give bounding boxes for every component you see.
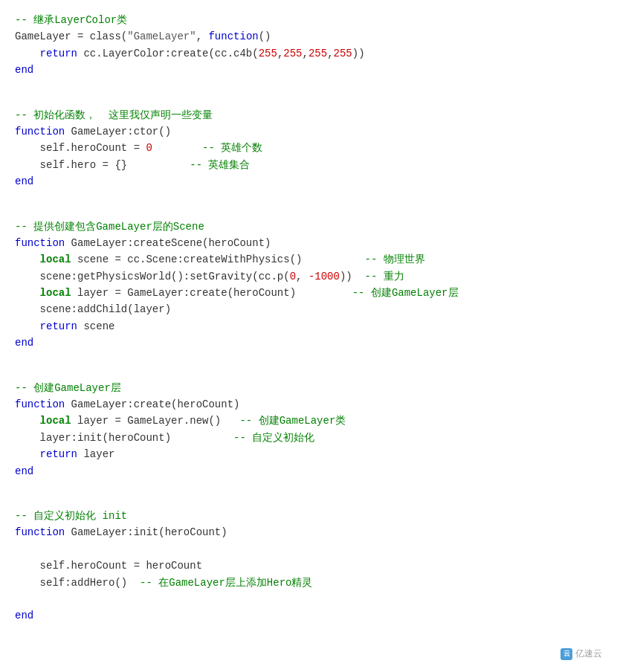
keyword-blue: end bbox=[15, 64, 33, 76]
plain-code: cc.LayerColor:create(cc.c4b( bbox=[77, 48, 259, 59]
code-line: return cc.LayerColor:create(cc.c4b(255,2… bbox=[15, 45, 602, 62]
plain-code: , bbox=[327, 48, 333, 59]
code-line: self.heroCount = 0 -- 英雄个数 bbox=[15, 140, 602, 156]
plain-code: layer bbox=[77, 448, 114, 460]
keyword-blue: return bbox=[40, 320, 77, 332]
section-gap bbox=[15, 359, 602, 380]
keyword-blue: function bbox=[15, 237, 65, 249]
code-line: function GameLayer:ctor() bbox=[15, 123, 602, 140]
code-section: -- 创建GameLayer层function GameLayer:create… bbox=[15, 380, 602, 479]
keyword-blue: return bbox=[40, 48, 77, 59]
plain-code: )) bbox=[352, 48, 365, 59]
comment: -- 创建GameLayer类 bbox=[239, 415, 346, 427]
plain-code: self:addHero() bbox=[15, 577, 140, 589]
plain-code: GameLayer = class( bbox=[15, 30, 127, 42]
plain-code: scene bbox=[77, 320, 114, 332]
string-literal: "GameLayer" bbox=[127, 30, 196, 42]
code-line: self.hero = {} -- 英雄集合 bbox=[15, 157, 602, 173]
code-section: -- 继承LayerColor类GameLayer = class("GameL… bbox=[15, 12, 602, 79]
code-line: function GameLayer:createScene(heroCount… bbox=[15, 235, 602, 251]
code-line: end bbox=[15, 173, 602, 190]
keyword-blue: end bbox=[15, 337, 33, 349]
keyword-green: local bbox=[40, 287, 71, 299]
keyword-blue: end bbox=[15, 465, 33, 477]
plain-code: scene = cc.Scene:createWithPhysics() bbox=[71, 253, 365, 265]
plain-code: , bbox=[196, 30, 209, 42]
code-line: GameLayer = class("GameLayer", function(… bbox=[15, 28, 602, 45]
number-literal: 255 bbox=[259, 48, 277, 59]
plain-code: GameLayer:ctor() bbox=[65, 126, 171, 138]
plain-code: )) bbox=[340, 271, 365, 282]
keyword-blue: end bbox=[15, 610, 33, 621]
number-literal: 255 bbox=[334, 48, 352, 59]
code-line: local scene = cc.Scene:createWithPhysics… bbox=[15, 251, 602, 268]
code-line: -- 继承LayerColor类 bbox=[15, 12, 602, 28]
code-section: -- 初始化函数， 这里我仅声明一些变量function GameLayer:c… bbox=[15, 107, 602, 190]
comment: -- 继承LayerColor类 bbox=[15, 14, 127, 26]
code-line: layer:init(heroCount) -- 自定义初始化 bbox=[15, 430, 602, 446]
plain-code: , bbox=[296, 271, 308, 282]
plain-code: scene:getPhysicsWorld():setGravity(cc.p( bbox=[15, 271, 290, 282]
plain-code bbox=[15, 320, 40, 332]
number-literal: 255 bbox=[308, 48, 327, 59]
code-line: function GameLayer:create(heroCount) bbox=[15, 396, 602, 413]
plain-code: layer:init(heroCount) bbox=[15, 432, 233, 444]
plain-code bbox=[152, 142, 202, 154]
number-literal: 255 bbox=[283, 48, 302, 59]
code-line: -- 创建GameLayer层 bbox=[15, 380, 602, 396]
code-line: -- 初始化函数， 这里我仅声明一些变量 bbox=[15, 107, 602, 123]
code-line: return scene bbox=[15, 318, 602, 335]
plain-code bbox=[15, 48, 40, 59]
code-line bbox=[15, 591, 602, 607]
comment: -- 在GameLayer层上添加Hero精灵 bbox=[140, 577, 312, 589]
keyword-green: local bbox=[40, 253, 71, 265]
comment: -- 英雄个数 bbox=[202, 142, 262, 154]
code-line: -- 提供创建包含GameLayer层的Scene bbox=[15, 219, 602, 235]
code-line: end bbox=[15, 62, 602, 78]
plain-code: self.hero = {} bbox=[15, 159, 190, 171]
plain-code bbox=[15, 448, 40, 460]
plain-code: GameLayer:createScene(heroCount) bbox=[65, 237, 271, 249]
plain-code bbox=[15, 253, 40, 265]
code-line: end bbox=[15, 463, 602, 479]
comment: -- 自定义初始化 bbox=[233, 432, 314, 444]
plain-code bbox=[15, 287, 40, 299]
section-gap bbox=[15, 86, 602, 107]
comment: -- 创建GameLayer层 bbox=[15, 382, 121, 394]
plain-code: layer = GameLayer:create(heroCount) bbox=[71, 287, 352, 299]
plain-code bbox=[15, 415, 40, 427]
code-section: -- 自定义初始化 initfunction GameLayer:init(he… bbox=[15, 508, 602, 624]
code-line: scene:addChild(layer) bbox=[15, 301, 602, 317]
code-line: scene:getPhysicsWorld():setGravity(cc.p(… bbox=[15, 268, 602, 285]
watermark-icon: 云 bbox=[561, 648, 572, 660]
comment: -- 初始化函数， 这里我仅声明一些变量 bbox=[15, 109, 213, 121]
comment: -- 创建GameLayer层 bbox=[352, 287, 459, 299]
code-line: self:addHero() -- 在GameLayer层上添加Hero精灵 bbox=[15, 575, 602, 591]
keyword-blue: function bbox=[15, 398, 65, 410]
plain-code: GameLayer:init(heroCount) bbox=[65, 526, 227, 538]
section-gap bbox=[15, 487, 602, 508]
code-section: -- 提供创建包含GameLayer层的Scenefunction GameLa… bbox=[15, 219, 602, 352]
number-literal: 0 bbox=[146, 142, 152, 154]
plain-code: layer = GameLayer.new() bbox=[71, 415, 240, 427]
code-line: local layer = GameLayer.new() -- 创建GameL… bbox=[15, 413, 602, 429]
watermark-text: 亿速云 bbox=[575, 647, 602, 660]
code-line: return layer bbox=[15, 446, 602, 462]
number-literal: 0 bbox=[290, 271, 296, 282]
plain-code: GameLayer:create(heroCount) bbox=[65, 398, 239, 410]
comment: -- 物理世界 bbox=[365, 253, 425, 265]
code-line: end bbox=[15, 335, 602, 351]
plain-code: scene:addChild(layer) bbox=[15, 303, 171, 315]
watermark: 云 亿速云 bbox=[561, 647, 602, 660]
comment: -- 英雄集合 bbox=[190, 159, 250, 171]
section-gap bbox=[15, 198, 602, 219]
keyword-blue: end bbox=[15, 175, 33, 187]
code-line: function GameLayer:init(heroCount) bbox=[15, 524, 602, 540]
keyword-blue: function bbox=[208, 30, 258, 42]
plain-code: self.heroCount = bbox=[15, 142, 146, 154]
code-line: end bbox=[15, 607, 602, 624]
number-literal: -1000 bbox=[308, 271, 340, 282]
code-line bbox=[15, 541, 602, 558]
keyword-blue: function bbox=[15, 126, 65, 138]
plain-code: , bbox=[303, 48, 308, 59]
